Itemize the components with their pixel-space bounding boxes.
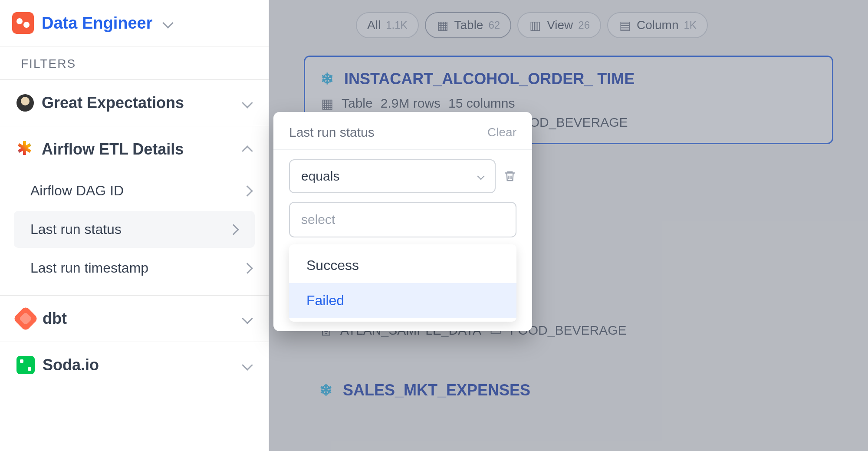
filter-item-last-run-timestamp[interactable]: Last run timestamp [0, 250, 269, 286]
persona-icon [12, 12, 34, 34]
filter-group-label: Airflow ETL Details [42, 140, 184, 158]
filter-group-airflow[interactable]: Airflow ETL Details [0, 126, 269, 172]
filter-group-label: Soda.io [43, 356, 99, 374]
filter-group-label: dbt [43, 309, 67, 328]
chevron-right-icon [228, 224, 239, 235]
chevron-right-icon [242, 263, 253, 273]
filter-item-last-run-status[interactable]: Last run status [14, 211, 255, 248]
chevron-right-icon [242, 185, 253, 196]
airflow-icon [16, 141, 34, 158]
chevron-down-icon [242, 313, 253, 324]
persona-label: Data Engineer [42, 14, 153, 33]
chevron-down-icon [477, 173, 485, 180]
great-expectations-icon [16, 94, 34, 112]
filter-group-label: Great Expectations [42, 94, 184, 112]
dropdown-option-success[interactable]: Success [289, 248, 516, 283]
persona-selector[interactable]: Data Engineer [0, 0, 269, 46]
placeholder: select [301, 212, 335, 227]
popover-header: Last run status Clear [273, 122, 532, 150]
delete-button[interactable] [503, 169, 516, 184]
filter-item-airflow-dag-id[interactable]: Airflow DAG ID [0, 172, 269, 209]
chevron-down-icon [242, 97, 253, 108]
filter-group-airflow-children: Airflow DAG ID Last run status Last run … [0, 172, 269, 296]
soda-icon [16, 356, 35, 374]
sidebar: Data Engineer FILTERS Great Expectations… [0, 0, 269, 451]
operator-value: equals [301, 169, 339, 184]
filter-group-dbt[interactable]: dbt [0, 296, 269, 342]
filter-item-label: Airflow DAG ID [30, 183, 124, 199]
chevron-down-icon [162, 17, 173, 28]
dropdown-option-failed[interactable]: Failed [289, 283, 516, 318]
clear-button[interactable]: Clear [487, 125, 516, 139]
filters-heading: FILTERS [0, 46, 269, 80]
filter-item-label: Last run timestamp [30, 260, 148, 276]
filter-group-great-expectations[interactable]: Great Expectations [0, 80, 269, 126]
chevron-up-icon [242, 145, 253, 156]
popover-title: Last run status [289, 125, 375, 140]
dropdown-list: Success Failed [289, 244, 516, 322]
filter-popover: Last run status Clear equals select Succ… [273, 112, 532, 331]
filter-item-label: Last run status [30, 221, 122, 237]
operator-select[interactable]: equals [289, 159, 496, 193]
filter-group-soda[interactable]: Soda.io [0, 342, 269, 388]
chevron-down-icon [242, 359, 253, 370]
value-select-input[interactable]: select [289, 202, 516, 237]
dbt-icon [13, 306, 38, 331]
